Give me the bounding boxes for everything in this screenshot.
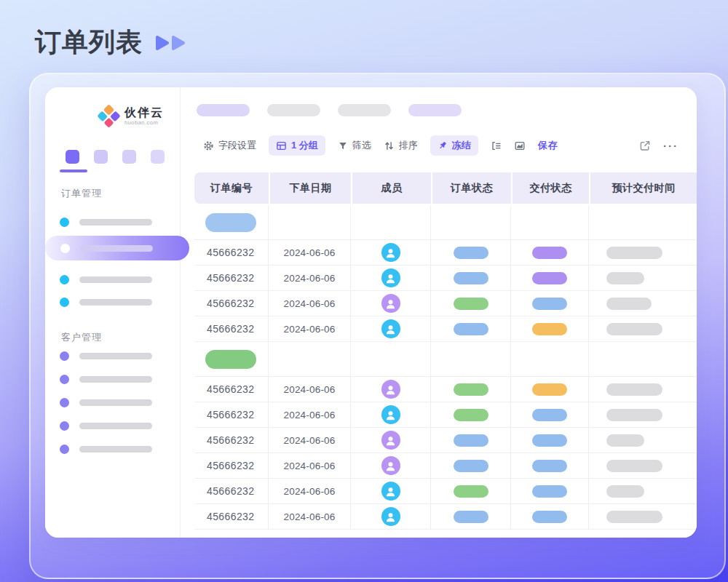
delivery-status-pill [532,460,567,472]
eta-cell [589,316,697,342]
app-tab-active[interactable] [66,150,79,164]
order-date-cell: 2024-06-06 [269,453,351,479]
item-dot [60,398,69,407]
table-row[interactable]: 456662322024-06-06 [194,453,697,479]
order-status-pill [454,460,488,472]
app-tab[interactable] [122,150,136,164]
freeze-button[interactable]: 冻结 [430,135,478,156]
order-number-cell: 45666232 [194,402,269,428]
eta-cell [589,240,697,266]
sidebar-item[interactable] [60,397,152,407]
field-settings-button[interactable]: 字段设置 [203,139,256,152]
group-pill[interactable] [205,350,256,369]
order-status-cell [431,377,511,402]
app-tab[interactable] [94,150,108,164]
brand-domain: huoban.com [124,119,164,126]
glass-card: 伙伴云 huoban.com 订单管理客户管理 [29,73,726,579]
column-header[interactable]: 下单日期 [269,172,351,204]
nav-placeholder-pill[interactable] [197,104,250,116]
group-cell [431,342,511,376]
table-row[interactable]: 456662322024-06-06 [194,316,697,342]
delivery-status-pill [532,434,567,447]
order-table: 订单编号下单日期成员订单状态交付状态预计交付时间 456662322024-06… [194,172,697,530]
item-dot [60,445,69,454]
member-cell [351,266,431,291]
share-button[interactable] [639,140,651,151]
sidebar-item[interactable] [60,274,152,284]
group-cell [511,342,589,376]
sort-button[interactable]: 排序 [384,139,418,152]
more-button[interactable]: ··· [663,140,678,152]
eta-cell [589,504,697,530]
column-header[interactable]: 成员 [351,172,431,204]
group-cell [351,205,431,239]
member-cell [351,240,431,266]
app-tab[interactable] [151,150,165,164]
table-row[interactable]: 456662322024-06-06 [194,479,697,504]
user-avatar-icon [381,431,400,450]
sidebar: 伙伴云 huoban.com 订单管理客户管理 [45,87,181,538]
active-item-dot [60,244,70,253]
save-label: 保存 [538,139,558,152]
sidebar-item[interactable] [60,297,152,307]
table-body: 456662322024-06-06456662322024-06-064566… [194,205,697,530]
sidebar-item[interactable] [60,217,152,227]
table-row[interactable]: 456662322024-06-06 [194,240,697,266]
table-row[interactable]: 456662322024-06-06 [194,291,697,316]
user-avatar-icon [381,243,400,262]
page-title: 订单列表 [35,25,143,60]
row-height-icon [491,140,502,151]
eta-placeholder-pill [606,485,644,498]
user-avatar-icon [381,380,400,399]
group-button[interactable]: 1 分组 [269,135,325,156]
order-status-pill [454,511,488,523]
eta-cell [589,479,697,504]
user-avatar-icon [381,405,400,424]
nav-placeholder-pill[interactable] [408,104,462,116]
item-dot [60,218,69,227]
column-header[interactable]: 预计交付时间 [589,172,697,204]
order-status-cell [431,428,511,453]
sidebar-section-label: 订单管理 [61,187,102,200]
table-row[interactable]: 456662322024-06-06 [194,402,697,428]
member-cell [351,504,431,530]
sidebar-item[interactable] [60,444,152,454]
nav-placeholder-pill[interactable] [338,104,391,116]
order-number-cell: 45666232 [194,377,269,402]
eta-placeholder-pill [606,434,644,447]
filter-label: 筛选 [352,139,371,152]
group-cell [351,342,431,376]
sidebar-item[interactable] [60,420,152,431]
chart-button[interactable] [514,140,526,151]
column-header[interactable]: 订单编号 [194,172,269,204]
item-dot [60,351,69,361]
table-header: 订单编号下单日期成员订单状态交付状态预计交付时间 [194,172,697,204]
save-button[interactable]: 保存 [538,139,558,152]
order-number-cell: 45666232 [194,240,269,266]
item-text-placeholder [79,276,152,283]
order-number-cell: 45666232 [194,316,269,342]
filter-button[interactable]: 筛选 [338,139,371,152]
member-cell [351,377,431,402]
row-height-button[interactable] [491,140,502,151]
table-row[interactable]: 456662322024-06-06 [194,428,697,453]
table-row[interactable]: 456662322024-06-06 [194,377,697,402]
user-avatar-icon [381,319,400,338]
order-number-cell: 45666232 [194,266,269,291]
column-header[interactable]: 交付状态 [511,172,589,204]
nav-placeholder-pill[interactable] [267,104,320,116]
item-text-placeholder [79,353,152,359]
sidebar-item-active[interactable] [45,236,189,260]
column-header[interactable]: 订单状态 [431,172,511,204]
group-pill[interactable] [205,213,256,232]
order-date-cell: 2024-06-06 [269,479,351,504]
group-cell [269,205,351,239]
sidebar-item[interactable] [60,351,152,361]
member-cell [351,402,431,428]
sidebar-item[interactable] [60,374,152,384]
table-row[interactable]: 456662322024-06-06 [194,266,697,291]
group-header-row [194,342,697,377]
table-row[interactable]: 456662322024-06-06 [194,504,697,530]
order-number-cell: 45666232 [194,453,269,479]
order-date-cell: 2024-06-06 [269,266,351,291]
